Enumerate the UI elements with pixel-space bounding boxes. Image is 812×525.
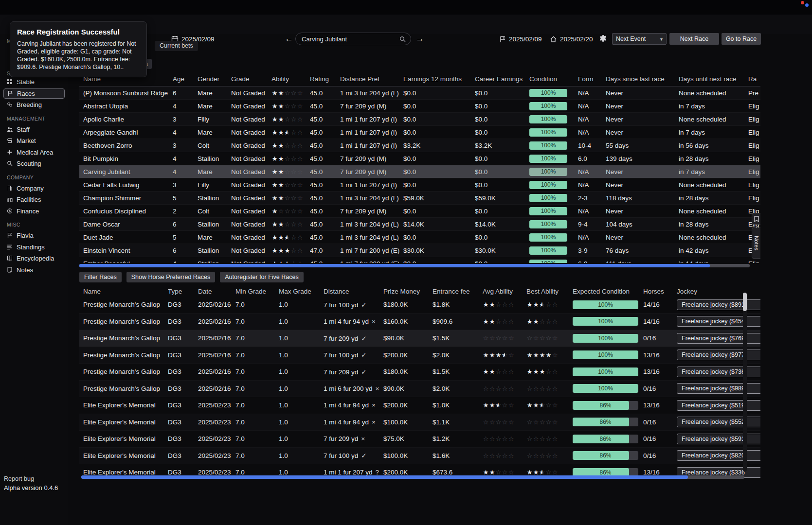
column-header[interactable]: Earnings 12 months: [403, 75, 475, 83]
gear-icon[interactable]: [599, 35, 607, 43]
jockey-select-button[interactable]: Freelance jockey ($591: [677, 434, 760, 444]
race-row[interactable]: Prestige Monarch's GallopDG32025/02/167.…: [79, 381, 760, 398]
column-header[interactable]: Entrance fee: [433, 288, 483, 295]
show-horse-preferred-races-button[interactable]: Show Horse Preferred Races: [126, 272, 216, 282]
sidebar-item-company[interactable]: Company: [0, 183, 68, 194]
horses-scrollbar-thumb[interactable]: [79, 264, 710, 267]
report-bug-link[interactable]: Report bug: [4, 475, 34, 482]
column-header[interactable]: Days until next race: [679, 75, 748, 83]
horse-row[interactable]: (P) Monsoon Sunburst Ridge6MareNot Grade…: [79, 87, 760, 100]
column-header[interactable]: Gender: [198, 75, 231, 83]
race-row[interactable]: Prestige Monarch's GallopDG32025/02/167.…: [79, 364, 760, 381]
races-vertical-scrollbar[interactable]: [743, 293, 747, 472]
race-row[interactable]: Prestige Monarch's GallopDG32025/02/167.…: [79, 330, 760, 347]
next-race-button[interactable]: Next Race: [669, 33, 719, 45]
column-header[interactable]: Days since last race: [606, 75, 679, 83]
column-header[interactable]: Career Earnings: [475, 75, 529, 83]
column-header[interactable]: Rating: [310, 75, 340, 83]
column-header[interactable]: Jockey: [677, 288, 760, 295]
column-header[interactable]: Distance: [324, 288, 383, 295]
column-header[interactable]: Distance Pref: [340, 75, 403, 83]
sidebar-item-staff[interactable]: Staff: [0, 124, 68, 136]
column-header[interactable]: Prize Money: [383, 288, 433, 295]
races-horizontal-scrollbar[interactable]: [81, 475, 744, 479]
sidebar-item-scouting[interactable]: Scouting: [0, 158, 68, 170]
horse-row[interactable]: Abstract Utopia4MareNot Graded★★☆☆☆45.07…: [79, 100, 760, 113]
search-input[interactable]: [302, 35, 399, 43]
column-header[interactable]: Ability: [271, 75, 310, 83]
column-header[interactable]: Expected Condition: [573, 288, 643, 295]
column-header[interactable]: Best Ability: [526, 288, 573, 295]
column-header[interactable]: Date: [198, 288, 235, 295]
race-row[interactable]: Elite Explorer's MemorialDG32025/02/237.…: [79, 414, 760, 431]
bookmark-button[interactable]: [752, 213, 760, 225]
jockey-select-button[interactable]: Freelance jockey ($454: [677, 316, 760, 327]
column-header[interactable]: Form: [578, 75, 606, 83]
next-event-select[interactable]: Next Event ▾: [612, 33, 667, 45]
status-dot-red: [801, 1, 804, 4]
race-row[interactable]: Elite Explorer's MemorialDG32025/02/237.…: [79, 397, 760, 414]
horse-row[interactable]: Einstein Vincent6StallionNot Graded★★★☆☆…: [79, 244, 760, 257]
jockey-select-button[interactable]: Freelance jockey ($820: [677, 450, 760, 461]
notes-side-tab[interactable]: Notes: [752, 228, 760, 259]
jockey-select-button[interactable]: Freelance jockey ($891: [677, 299, 760, 310]
race-row[interactable]: Elite Explorer's MemorialDG32025/02/237.…: [79, 448, 760, 465]
prev-horse-button[interactable]: ←: [283, 33, 295, 45]
race-type: DG3: [168, 402, 198, 409]
column-header[interactable]: Condition: [529, 75, 578, 83]
column-header[interactable]: Min Grade: [235, 288, 279, 295]
horses-horizontal-scrollbar[interactable]: [79, 264, 750, 267]
sidebar-item-standings[interactable]: Standings: [0, 242, 68, 253]
jockey-select-button[interactable]: Freelance jockey ($769: [677, 333, 760, 344]
horse-row[interactable]: Dame Oscar6StallionNot Graded★★☆☆☆45.01 …: [79, 218, 760, 231]
jockey-select-button[interactable]: Freelance jockey ($977: [677, 350, 760, 360]
horse-search[interactable]: [295, 33, 411, 45]
column-header[interactable]: Age: [173, 75, 198, 83]
horse-distance-pref: 1 mi 1 fur 207 yd (I): [340, 181, 403, 189]
column-header[interactable]: Max Grade: [279, 288, 324, 295]
sidebar-item-encyclopedia[interactable]: Encyclopedia: [0, 253, 68, 264]
sidebar-item-races[interactable]: Races: [3, 88, 65, 99]
jockey-select-button[interactable]: Freelance jockey ($552: [677, 417, 760, 427]
sidebar-item-medical-area[interactable]: Medical Area: [0, 147, 68, 158]
sidebar-item-breeding[interactable]: Breeding: [0, 99, 68, 111]
tab-current-bets[interactable]: Current bets: [155, 41, 198, 51]
horse-row[interactable]: Champion Shimmer5StallionNot Graded★★☆☆☆…: [79, 192, 760, 205]
sidebar-item-flavia[interactable]: Flavia: [0, 230, 68, 242]
race-row[interactable]: Prestige Monarch's GallopDG32025/02/167.…: [79, 347, 760, 364]
horse-row[interactable]: Carving Jubilant4MareNot Graded★★☆☆☆45.0…: [79, 165, 760, 178]
column-header[interactable]: Horses: [643, 288, 677, 295]
jockey-select-button[interactable]: Freelance jockey ($519: [677, 400, 760, 411]
horse-row[interactable]: Beethoven Zorro3ColtNot Graded★★☆☆☆45.01…: [79, 139, 760, 152]
races-scrollbar-thumb[interactable]: [81, 475, 688, 479]
horse-row[interactable]: Duet Jade5MareNot Graded★★☆★☆☆45.01 mi 3…: [79, 231, 760, 244]
horse-gender: Mare: [198, 89, 231, 97]
horse-row[interactable]: Bit Pumpkin4StallionNot Graded★★☆☆☆45.07…: [79, 152, 760, 165]
race-row[interactable]: Prestige Monarch's GallopDG32025/02/167.…: [79, 314, 760, 331]
sidebar-item-finance[interactable]: Finance: [0, 206, 68, 217]
jockey-select-button[interactable]: Freelance jockey ($989: [677, 383, 760, 394]
jockey-select-button[interactable]: Freelance jockey ($736: [677, 367, 760, 377]
column-header[interactable]: Avg Ability: [483, 288, 526, 295]
horse-row[interactable]: Cedar Falls Ludwig3FillyNot Graded★★☆☆☆4…: [79, 178, 760, 192]
sidebar-item-stable[interactable]: Stable: [0, 76, 68, 88]
horse-row[interactable]: Arpeggiate Gandhi4MareNot Graded★★☆★☆☆45…: [79, 126, 760, 139]
filter-races-button[interactable]: Filter Races: [79, 272, 122, 282]
column-header[interactable]: Grade: [231, 75, 271, 83]
horse-row[interactable]: Ember Peaceful4StallionNot Graded★★☆★☆☆4…: [79, 257, 760, 263]
sidebar-item-market[interactable]: Market: [0, 135, 68, 147]
sidebar-item-facilities[interactable]: Facilities: [0, 194, 68, 206]
horse-row[interactable]: Confucius Disciplined2ColtNot Graded★☆☆☆…: [79, 205, 760, 218]
races-vscrollbar-thumb[interactable]: [743, 293, 747, 311]
column-header[interactable]: Ra: [748, 75, 760, 83]
column-header[interactable]: Type: [168, 288, 198, 295]
toast-notification[interactable]: Race Registration Successful Carving Jub…: [10, 21, 147, 77]
column-header[interactable]: Name: [83, 288, 168, 295]
next-horse-button[interactable]: →: [414, 33, 426, 45]
go-to-race-button[interactable]: Go to Race: [722, 33, 761, 45]
sidebar-item-notes[interactable]: Notes: [0, 264, 68, 276]
horse-row[interactable]: Apollo Charlie3FillyNot Graded★★☆☆☆45.01…: [79, 113, 760, 126]
race-row[interactable]: Elite Explorer's MemorialDG32025/02/237.…: [79, 431, 760, 448]
autoregister-for-five-races-button[interactable]: Autoregister for Five Races: [220, 272, 303, 282]
race-row[interactable]: Prestige Monarch's GallopDG32025/02/167.…: [79, 297, 760, 314]
